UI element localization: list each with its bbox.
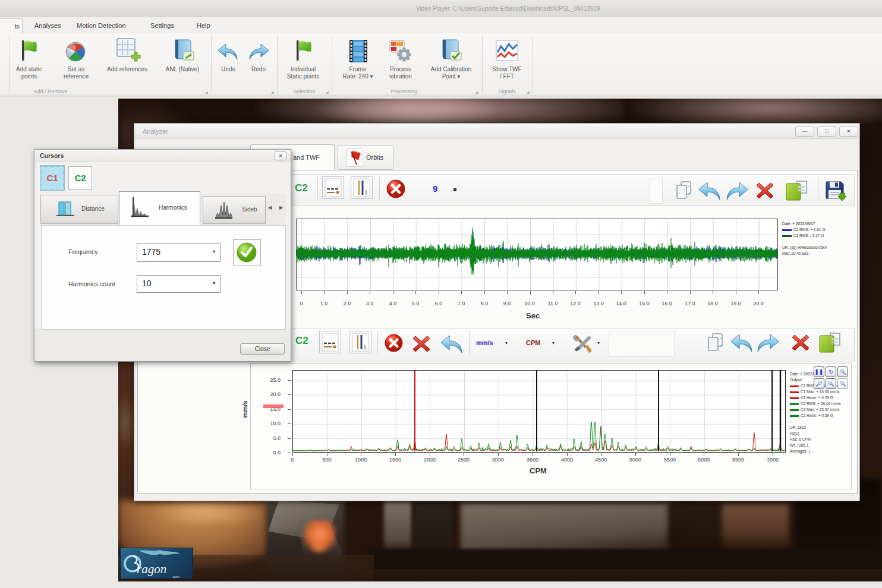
- svg-text:ragon: ragon: [137, 562, 166, 576]
- svg-text:.com: .com: [172, 575, 179, 578]
